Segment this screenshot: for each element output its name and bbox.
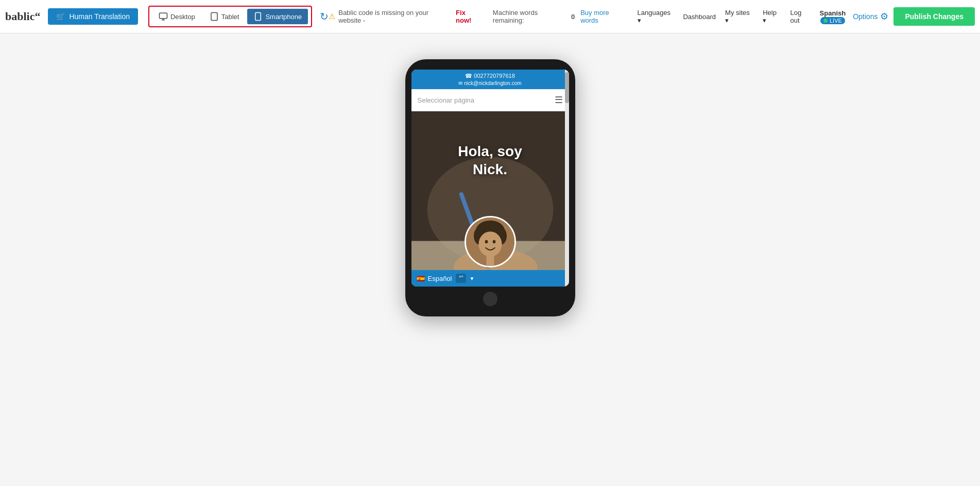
- phone-screen-inner: ☎ 0027720797618 ✉ nick@nickdarlington.co…: [411, 70, 569, 287]
- nav-items: Languages ▾ Dashboard My sites ▾ Help ▾ …: [638, 9, 812, 24]
- desktop-button[interactable]: Desktop: [152, 9, 201, 24]
- options-label: Options: [853, 12, 878, 21]
- logout-nav[interactable]: Log out: [790, 9, 812, 24]
- refresh-icon: ↻: [320, 11, 329, 22]
- hero-line1: Hola, soy: [458, 143, 522, 159]
- gear-icon: ⚙: [880, 11, 888, 22]
- scrollbar-track[interactable]: [565, 70, 569, 287]
- refresh-button[interactable]: ↻: [320, 10, 329, 23]
- human-translation-label: Human Translation: [69, 12, 130, 21]
- smartphone-label: Smartphone: [265, 13, 302, 21]
- site-hero: Hola, soy Nick.: [411, 111, 569, 287]
- brand-logo: bablic“: [5, 10, 40, 23]
- help-nav[interactable]: Help ▾: [763, 9, 781, 24]
- warning-bar: ⚠ Bablic code is missing on your website…: [329, 9, 627, 24]
- flag-icon: 🇪🇸: [417, 275, 425, 282]
- publish-button[interactable]: Publish Changes: [893, 7, 975, 26]
- fix-now-link[interactable]: Fix now!: [456, 9, 482, 24]
- buy-more-link[interactable]: Buy more words: [580, 9, 627, 24]
- machine-count: 0: [571, 13, 575, 21]
- lang-quotes: “”: [456, 274, 466, 283]
- avatar: [465, 216, 516, 267]
- hero-line2: Nick.: [473, 161, 507, 177]
- lang-switcher[interactable]: 🇪🇸 Español “” ▼: [411, 270, 565, 287]
- site-email: ✉ nick@nickdarlington.com: [416, 80, 565, 86]
- human-translation-button[interactable]: 🛒 Human Translation: [48, 8, 138, 25]
- dashboard-nav[interactable]: Dashboard: [683, 13, 716, 21]
- logo-text: bablic: [5, 10, 35, 23]
- chevron-down-icon: ▼: [469, 276, 474, 281]
- svg-rect-3: [211, 13, 217, 21]
- site-nav: Seleccionar página ☰: [411, 89, 569, 111]
- my-sites-nav[interactable]: My sites ▾: [725, 9, 753, 24]
- tablet-label: Tablet: [221, 13, 239, 21]
- publish-label: Publish Changes: [905, 12, 964, 21]
- cart-icon: 🛒: [56, 12, 65, 21]
- svg-rect-23: [486, 255, 494, 266]
- nav-placeholder: Seleccionar página: [418, 96, 475, 104]
- language-block: Spanish LIVE: [820, 9, 846, 24]
- phone-frame: ☎ 0027720797618 ✉ nick@nickdarlington.co…: [405, 59, 575, 316]
- main-content: ☎ 0027720797618 ✉ nick@nickdarlington.co…: [0, 33, 980, 486]
- svg-rect-5: [255, 13, 261, 21]
- site-phone: ☎ 0027720797618: [416, 73, 565, 79]
- hamburger-icon[interactable]: ☰: [555, 94, 563, 106]
- language-name: Spanish: [820, 9, 846, 17]
- warning-message: Bablic code is missing on your website -: [338, 9, 453, 24]
- hero-text: Hola, soy Nick.: [411, 142, 569, 178]
- svg-point-22: [492, 240, 495, 244]
- topbar: bablic“ 🛒 Human Translation Desktop Tabl…: [0, 0, 980, 33]
- options-button[interactable]: Options ⚙: [853, 11, 888, 22]
- device-selector: Desktop Tablet Smartphone: [148, 6, 312, 27]
- desktop-label: Desktop: [170, 13, 195, 21]
- languages-nav[interactable]: Languages ▾: [638, 9, 674, 24]
- site-topbar: ☎ 0027720797618 ✉ nick@nickdarlington.co…: [411, 70, 569, 89]
- warning-icon: ⚠: [329, 12, 335, 21]
- lang-switcher-name: Español: [428, 275, 452, 282]
- phone-screen: ☎ 0027720797618 ✉ nick@nickdarlington.co…: [411, 70, 569, 287]
- tablet-button[interactable]: Tablet: [203, 9, 246, 24]
- phone-home-button[interactable]: [483, 292, 497, 306]
- smartphone-button[interactable]: Smartphone: [247, 9, 308, 24]
- svg-rect-0: [159, 13, 167, 19]
- live-dot: [823, 19, 828, 23]
- scrollbar-thumb: [565, 72, 569, 103]
- live-badge: LIVE: [820, 17, 845, 24]
- live-label: LIVE: [830, 18, 842, 24]
- machine-words-label: Machine words remaining:: [493, 9, 568, 24]
- svg-point-20: [478, 231, 502, 257]
- svg-point-21: [485, 240, 488, 244]
